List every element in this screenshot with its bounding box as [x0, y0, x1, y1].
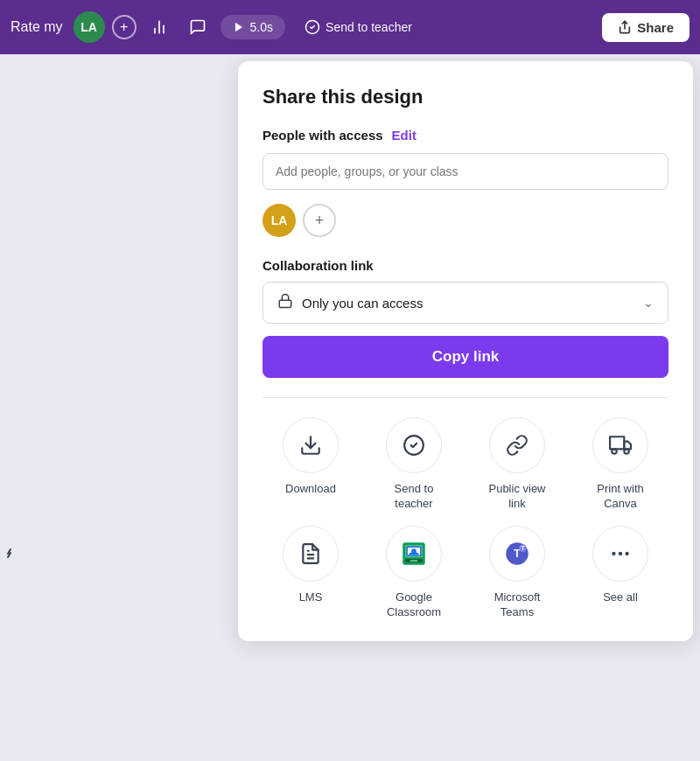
svg-point-31: [625, 552, 628, 555]
add-person-button[interactable]: +: [303, 204, 336, 237]
ellipsis-icon: [609, 542, 632, 565]
svg-point-11: [612, 449, 616, 453]
lock-icon: [277, 293, 293, 312]
svg-point-29: [612, 552, 615, 555]
divider: [262, 397, 668, 398]
link-icon: [506, 434, 528, 457]
share-panel-title: Share this design: [262, 86, 668, 108]
collaboration-label: Collaboration link: [262, 258, 668, 273]
share-button[interactable]: Share: [602, 13, 690, 42]
avatar-group: LA +: [262, 204, 668, 237]
chevron-down-icon: ⌄: [643, 296, 654, 310]
print-label: Print withCanva: [597, 482, 643, 512]
google-classroom-circle: [386, 526, 442, 582]
topbar: Rate my LA + 5.0s Send to teacher Share: [0, 0, 700, 54]
action-grid: Download Send toteacher: [262, 417, 668, 620]
svg-point-30: [619, 552, 622, 555]
google-classroom-icon: [399, 539, 429, 569]
action-public-view[interactable]: Public viewlink: [469, 417, 565, 512]
action-lms[interactable]: LMS: [262, 526, 359, 620]
lms-speed-icon: [7, 542, 14, 565]
svg-marker-10: [624, 442, 631, 450]
share-label: Share: [637, 20, 674, 35]
send-teacher-circle: [386, 417, 442, 473]
download-icon: [299, 434, 322, 457]
comment-icon-button[interactable]: [182, 11, 214, 43]
stats-icon-button[interactable]: [144, 11, 175, 43]
people-section-header: People with access Edit: [262, 128, 668, 143]
play-duration: 5.0s: [250, 20, 273, 34]
edit-link[interactable]: Edit: [392, 128, 416, 143]
copy-link-button[interactable]: Copy link: [262, 336, 668, 378]
see-all-circle: [592, 526, 648, 582]
play-button[interactable]: 5.0s: [220, 15, 285, 39]
svg-rect-6: [279, 300, 291, 307]
check-circle-icon: [304, 19, 320, 35]
action-download[interactable]: Download: [262, 417, 359, 512]
share-panel: Share this design People with access Edi…: [238, 61, 693, 641]
microsoft-teams-label: MicrosoftTeams: [494, 590, 541, 620]
action-google-classroom[interactable]: GoogleClassroom: [366, 526, 462, 620]
lms-circle: [283, 526, 339, 582]
microsoft-teams-icon: T T: [502, 539, 532, 569]
download-circle: [283, 417, 339, 473]
app-title: Rate my: [10, 19, 63, 35]
public-view-circle: [489, 417, 545, 473]
svg-point-12: [624, 449, 628, 453]
see-all-label: See all: [603, 590, 638, 605]
lms-label: LMS: [299, 590, 323, 605]
send-teacher-label: Send toteacher: [395, 482, 434, 512]
access-dropdown[interactable]: Only you can access ⌄: [262, 282, 668, 324]
public-view-label: Public viewlink: [488, 482, 545, 512]
send-teacher-icon: [402, 434, 425, 457]
user-avatar[interactable]: LA: [74, 11, 105, 43]
svg-rect-24: [410, 560, 418, 562]
send-to-teacher-label: Send to teacher: [326, 20, 412, 34]
svg-text:T: T: [521, 545, 524, 551]
people-input[interactable]: [262, 153, 668, 190]
user-avatar-sm: LA: [262, 204, 296, 237]
download-label: Download: [285, 482, 336, 497]
action-microsoft-teams[interactable]: T T MicrosoftTeams: [469, 526, 565, 620]
share-icon: [618, 20, 632, 34]
google-classroom-label: GoogleClassroom: [387, 590, 441, 620]
play-icon: [233, 21, 245, 33]
svg-marker-3: [234, 23, 242, 32]
action-print[interactable]: Print withCanva: [572, 417, 668, 512]
access-label: Only you can access: [302, 296, 634, 311]
comment-icon: [189, 18, 206, 36]
action-see-all[interactable]: See all: [572, 526, 668, 620]
add-button[interactable]: +: [112, 15, 136, 39]
stats-icon: [150, 18, 168, 36]
people-label: People with access: [262, 128, 383, 143]
send-to-teacher-button[interactable]: Send to teacher: [292, 14, 424, 40]
svg-rect-9: [610, 436, 624, 449]
microsoft-teams-circle: T T: [489, 526, 545, 582]
lms-icon: [299, 542, 322, 565]
print-circle: [592, 417, 648, 473]
action-send-teacher[interactable]: Send toteacher: [366, 417, 462, 512]
truck-icon: [609, 434, 632, 457]
main-content: Share this design People with access Edi…: [0, 54, 700, 761]
